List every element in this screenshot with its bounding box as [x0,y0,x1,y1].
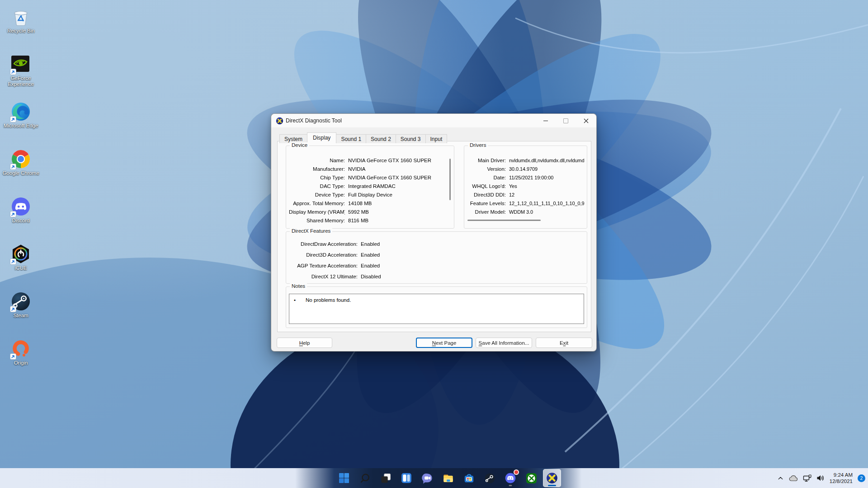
caption-buttons [535,114,596,127]
field-label: Main Driver: [467,156,506,165]
desktop: Recycle Bin GeForce Experience [0,0,868,488]
discord-notification-badge [514,469,519,475]
desktop-icon-label: iCUE [15,265,27,271]
tab-system[interactable]: System [279,134,307,143]
desktop-icon-discord[interactable]: Discord [1,193,41,241]
steam-icon [484,473,495,484]
tray-date: 12/8/2021 [830,478,853,484]
field-label: DirectDraw Acceleration: [289,239,358,249]
network-icon [803,474,811,482]
notification-count-badge[interactable]: 2 [858,474,865,482]
desktop-icon-label: Google Chrome [2,170,39,176]
drivers-group-legend: Drivers [468,142,488,148]
maximize-button[interactable] [556,114,576,127]
features-row: DirectX 12 Ultimate:Disabled [289,271,578,282]
file-explorer-icon [443,473,454,484]
volume-tray-button[interactable] [816,474,825,482]
tab-display[interactable]: Display [307,132,336,143]
next-page-button[interactable]: Next Page [416,338,472,348]
task-view-button[interactable] [377,469,395,487]
field-label: Direct3D Acceleration: [289,249,358,260]
tray-chevron-button[interactable] [777,475,784,482]
desktop-icon-origin[interactable]: Origin [1,336,41,383]
onedrive-tray-button[interactable] [789,475,798,482]
field-value: Disabled [361,271,578,282]
device-vertical-scrollbar[interactable] [449,159,451,200]
file-explorer-button[interactable] [439,469,457,487]
notes-box[interactable]: • No problems found. [289,294,584,324]
drivers-group: Drivers Main Driver:nvldumdx.dll,nvldumd… [464,145,587,229]
field-label: Name: [289,156,345,165]
chat-button[interactable] [418,469,436,487]
save-all-information-button[interactable]: Save All Information... [476,338,532,348]
features-row: DirectDraw Acceleration:Enabled [289,239,578,249]
field-value: Full Display Device [348,191,445,199]
device-row: DAC Type:Integrated RAMDAC [289,182,445,191]
shortcut-arrow-icon [10,164,16,170]
field-value: Enabled [361,260,578,271]
exit-button[interactable]: Exit [536,338,592,348]
notes-group-legend: Notes [290,283,307,289]
device-row: Shared Memory:8116 MB [289,216,445,225]
xbox-taskbar-button[interactable] [522,469,540,487]
field-label: WHQL Logo'd: [467,182,506,191]
device-rows: Name:NVIDIA GeForce GTX 1660 SUPER Manuf… [289,156,445,225]
device-row: Approx. Total Memory:14108 MB [289,199,445,208]
widgets-button[interactable] [397,469,415,487]
titlebar[interactable]: DirectX Diagnostic Tool [271,114,596,127]
close-button[interactable] [576,114,596,127]
field-value: Yes [509,182,584,191]
features-rows: DirectDraw Acceleration:Enabled Direct3D… [289,239,578,282]
field-value: 12_1,12_0,11_1,11_0,10_1,10_0,9_3 [509,199,584,208]
drivers-horizontal-scrollbar[interactable] [467,220,541,221]
discord-taskbar-button[interactable] [501,469,519,487]
field-label: AGP Texture Acceleration: [289,260,358,271]
shortcut-arrow-icon [10,353,16,360]
desktop-icon-label: Microsoft Edge [4,123,38,129]
field-label: Chip Type: [289,174,345,182]
desktop-icon-label: Recycle Bin [7,28,35,34]
device-row: Display Memory (VRAM):5992 MB [289,208,445,216]
field-label: Display Memory (VRAM): [289,208,345,216]
desktop-icon-google-chrome[interactable]: Google Chrome [1,146,41,193]
clock[interactable]: 9:24 AM 12/8/2021 [830,472,853,484]
field-value: NVIDIA GeForce GTX 1660 SUPER [348,174,445,182]
field-label: Direct3D DDI: [467,191,506,199]
tab-strip: System Display Sound 1 Sound 2 Sound 3 I… [279,132,447,143]
dxdiag-taskbar-button[interactable] [543,469,561,487]
recycle-bin-icon [10,6,31,27]
network-tray-button[interactable] [803,474,811,482]
field-value: Enabled [361,239,578,249]
field-label: Manufacturer: [289,165,345,174]
tab-sound-3[interactable]: Sound 3 [396,134,426,143]
field-label: Device Type: [289,191,345,199]
tab-sound-1[interactable]: Sound 1 [336,134,366,143]
device-row: Name:NVIDIA GeForce GTX 1660 SUPER [289,156,445,165]
field-value: WDDM 3.0 [509,208,584,216]
discord-running-indicator [509,485,512,486]
field-value: Integrated RAMDAC [348,182,445,191]
drivers-row: Version:30.0.14.9709 [467,165,584,174]
minimize-button[interactable] [535,114,556,127]
tab-input[interactable]: Input [425,134,448,143]
desktop-icon-microsoft-edge[interactable]: Microsoft Edge [1,99,41,146]
search-button[interactable] [356,469,374,487]
directx-app-icon [276,117,283,125]
desktop-icon-geforce-experience[interactable]: GeForce Experience [1,51,41,99]
field-value: NVIDIA GeForce GTX 1660 SUPER [348,156,445,165]
help-button[interactable]: Help [277,338,332,348]
taskbar: 9:24 AM 12/8/2021 2 [0,468,868,488]
tab-sound-2[interactable]: Sound 2 [366,134,396,143]
desktop-icon-steam[interactable]: Steam [1,288,41,336]
field-label: Date: [467,174,506,182]
chat-icon [422,473,433,484]
chevron-up-icon [777,475,784,482]
microsoft-store-icon [463,473,475,484]
system-tray: 9:24 AM 12/8/2021 2 [777,468,865,488]
microsoft-store-button[interactable] [460,469,478,487]
steam-taskbar-button[interactable] [481,469,499,487]
start-button[interactable] [335,469,353,487]
desktop-icon-icue[interactable]: iCUE [1,241,41,288]
field-label: Driver Model: [467,208,506,216]
desktop-icon-recycle-bin[interactable]: Recycle Bin [1,4,41,51]
